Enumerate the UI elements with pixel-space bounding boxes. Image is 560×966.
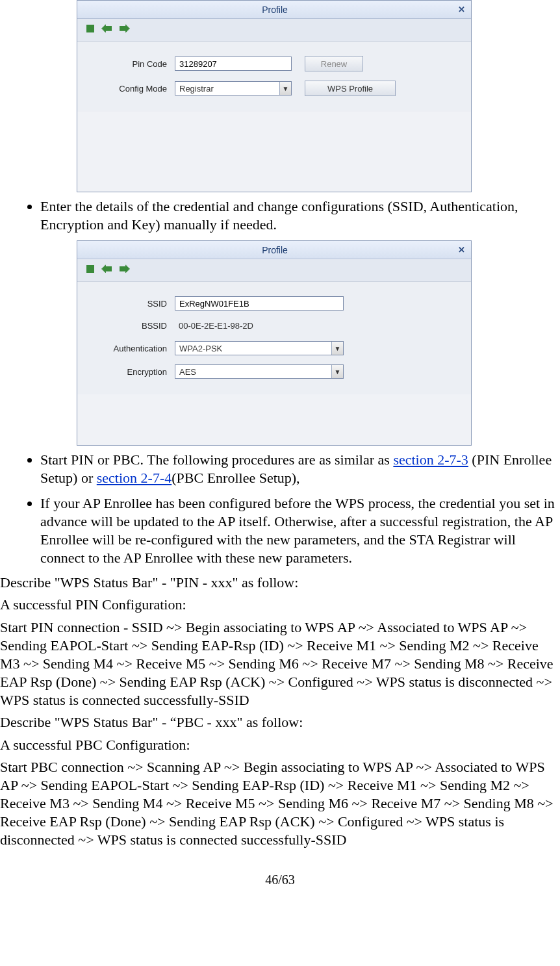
bssid-label: BSSID [90, 321, 175, 331]
text: (PBC Enrollee Setup), [172, 470, 299, 486]
dialog-title: Profile [94, 245, 455, 255]
titlebar: Profile ✕ [77, 241, 471, 259]
list-item: Start PIN or PBC. The following procedur… [40, 451, 556, 487]
list-item: Enter the details of the credential and … [40, 197, 556, 234]
stop-icon[interactable] [86, 25, 94, 32]
page-number: 46/63 [0, 872, 560, 887]
pin-code-input[interactable] [175, 57, 292, 71]
link-section-2-7-4[interactable]: section 2-7-4 [97, 470, 172, 486]
chevron-down-icon: ▼ [279, 82, 291, 95]
profile-dialog-1: Profile ✕ 🡄 🡆 Pin Code Renew Config Mode… [77, 0, 472, 192]
bullet-list-mid: Start PIN or PBC. The following procedur… [23, 451, 560, 567]
pin-code-label: Pin Code [90, 59, 175, 69]
close-icon[interactable]: ✕ [455, 245, 467, 255]
chevron-down-icon: ▼ [331, 342, 343, 355]
paragraph: Start PBC connection ~> Scanning AP ~> B… [0, 758, 560, 850]
text: Start PIN or PBC. The following procedur… [40, 451, 393, 468]
bullet-list-top: Enter the details of the credential and … [23, 197, 560, 234]
encryption-select[interactable]: AES ▼ [175, 364, 344, 379]
profile-dialog-2: Profile ✕ 🡄 🡆 SSID BSSID 00-0E-2E-E1-98-… [77, 240, 472, 446]
back-arrow-icon[interactable]: 🡄 [101, 263, 112, 275]
list-item: If your AP Enrollee has been configured … [40, 494, 556, 568]
titlebar: Profile ✕ [77, 1, 471, 19]
ssid-input[interactable] [175, 296, 344, 311]
link-section-2-7-3[interactable]: section 2-7-3 [393, 451, 468, 468]
form-area: SSID BSSID 00-0E-2E-E1-98-2D Authenticat… [77, 282, 471, 394]
chevron-down-icon: ▼ [331, 365, 343, 378]
paragraph: Start PIN connection - SSID ~> Begin ass… [0, 618, 560, 710]
forward-arrow-icon[interactable]: 🡆 [119, 263, 131, 275]
paragraph: A successful PIN Configuration: [0, 596, 560, 614]
form-area: Pin Code Renew Config Mode Registrar ▼ W… [77, 42, 471, 112]
forward-arrow-icon[interactable]: 🡆 [119, 23, 131, 34]
wps-profile-button[interactable]: WPS Profile [305, 81, 396, 96]
paragraph: Describe "WPS Status Bar" - “PBC - xxx" … [0, 713, 560, 731]
paragraph: A successful PBC Configuration: [0, 736, 560, 754]
close-icon[interactable]: ✕ [455, 5, 467, 14]
authentication-select[interactable]: WPA2-PSK ▼ [175, 341, 344, 355]
toolbar: 🡄 🡆 [77, 19, 471, 42]
paragraph: Describe "WPS Status Bar" - "PIN - xxx" … [0, 574, 560, 592]
bssid-value: 00-0E-2E-E1-98-2D [175, 320, 257, 332]
authentication-value: WPA2-PSK [179, 344, 222, 353]
stop-icon[interactable] [86, 265, 94, 273]
encryption-label: Encryption [90, 367, 175, 377]
encryption-value: AES [179, 367, 196, 377]
renew-button[interactable]: Renew [305, 56, 363, 71]
config-mode-label: Config Mode [90, 84, 175, 94]
back-arrow-icon[interactable]: 🡄 [101, 23, 112, 34]
config-mode-value: Registrar [179, 84, 214, 94]
ssid-label: SSID [90, 299, 175, 309]
dialog-title: Profile [94, 5, 455, 15]
toolbar: 🡄 🡆 [77, 259, 471, 282]
config-mode-select[interactable]: Registrar ▼ [175, 81, 292, 95]
authentication-label: Authentication [90, 344, 175, 353]
